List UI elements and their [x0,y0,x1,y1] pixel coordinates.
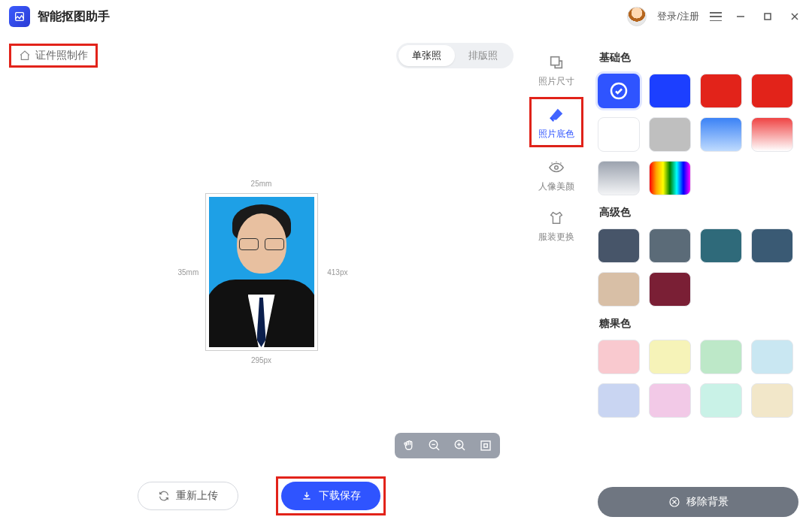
app-title: 智能抠图助手 [38,9,110,25]
login-link[interactable]: 登录/注册 [657,10,699,23]
minimize-button[interactable] [732,8,749,25]
svg-line-6 [436,447,439,450]
swatch-advanced-2[interactable] [700,228,742,263]
bottom-actions: 重新上传 下载保存 [9,473,514,518]
swatch-candy-2[interactable] [700,340,742,374]
tool-tabs: 照片尺寸 照片底色 人像美颜 服装更换 [523,33,590,526]
swatch-basic-8[interactable] [598,161,640,195]
reupload-button[interactable]: 重新上传 [138,482,238,510]
svg-rect-14 [551,57,559,65]
photo-frame[interactable] [205,193,318,351]
refresh-icon [158,490,170,502]
remove-bg-button[interactable]: 移除背景 [598,487,798,517]
color-panel: 基础色 高级色 糖果色 移除背景 [590,33,812,526]
breadcrumb[interactable]: 证件照制作 [13,47,94,65]
resize-icon [547,53,566,72]
swatch-candy-3[interactable] [751,340,793,374]
photo-preview: 25mm 35mm 413px 295px [205,193,318,351]
view-tabs: 单张照 排版照 [396,43,514,68]
maximize-button[interactable] [759,8,776,25]
zoom-toolbar [395,433,500,458]
download-label: 下载保存 [319,489,361,503]
basic-swatches [598,74,798,195]
photo-image [209,197,314,347]
dim-right: 413px [327,268,347,277]
svg-point-15 [555,166,559,170]
svg-line-9 [462,447,465,450]
tab-single[interactable]: 单张照 [398,45,455,66]
section-candy-title: 糖果色 [599,317,798,331]
home-icon [19,50,31,62]
shirt-icon [547,208,566,228]
advanced-swatches [598,228,798,307]
sidetab-outfit[interactable]: 服装更换 [532,202,581,248]
svg-rect-12 [481,441,490,450]
zoom-in-button[interactable] [452,437,468,454]
eraser-icon [547,105,566,125]
zoom-out-button[interactable] [426,437,443,454]
pan-tool[interactable] [401,437,417,454]
swatch-basic-1[interactable] [649,74,691,108]
swatch-basic-0[interactable] [598,74,640,108]
swatch-advanced-4[interactable] [598,272,640,307]
fit-button[interactable] [477,437,494,454]
remove-bg-label: 移除背景 [686,495,729,509]
swatch-candy-1[interactable] [649,340,691,374]
download-icon [301,490,313,502]
swatch-candy-7[interactable] [751,383,793,418]
download-button[interactable]: 下载保存 [281,482,380,510]
swatch-candy-5[interactable] [649,383,691,418]
reupload-label: 重新上传 [176,489,218,503]
trash-icon [668,496,680,508]
section-basic-title: 基础色 [599,51,798,65]
editor-pane: 证件照制作 单张照 排版照 25mm 35mm 413px 295px [0,33,523,526]
svg-rect-2 [765,14,771,20]
swatch-basic-5[interactable] [649,117,691,152]
candy-swatches [598,340,798,418]
sidetab-size[interactable]: 照片尺寸 [532,47,581,92]
swatch-advanced-3[interactable] [751,228,793,263]
sidetab-beauty[interactable]: 人像美颜 [532,152,581,198]
swatch-advanced-5[interactable] [649,272,691,307]
swatch-basic-6[interactable] [700,117,742,152]
eye-icon [547,158,566,177]
dim-bottom: 295px [205,356,318,364]
dim-left: 35mm [178,268,199,277]
menu-icon[interactable] [710,12,722,21]
swatch-candy-6[interactable] [700,383,742,418]
close-button[interactable] [786,8,803,25]
titlebar: 智能抠图助手 登录/注册 [0,0,812,33]
canvas: 25mm 35mm 413px 295px [9,75,514,469]
svg-rect-13 [484,444,488,448]
swatch-basic-4[interactable] [598,117,640,152]
sidetab-background[interactable]: 照片底色 [532,99,581,145]
avatar[interactable] [627,7,647,26]
swatch-basic-3[interactable] [751,74,793,108]
swatch-candy-4[interactable] [598,383,640,418]
swatch-candy-0[interactable] [598,340,640,374]
section-advanced-title: 高级色 [599,206,798,219]
dim-top: 25mm [205,180,318,188]
app-icon [9,6,30,27]
swatch-basic-9[interactable] [649,161,691,195]
swatch-advanced-1[interactable] [649,228,691,263]
swatch-basic-2[interactable] [700,74,742,108]
breadcrumb-label: 证件照制作 [35,49,88,62]
swatch-basic-7[interactable] [751,117,793,152]
tab-layout[interactable]: 排版照 [455,45,511,66]
swatch-advanced-0[interactable] [598,228,640,263]
